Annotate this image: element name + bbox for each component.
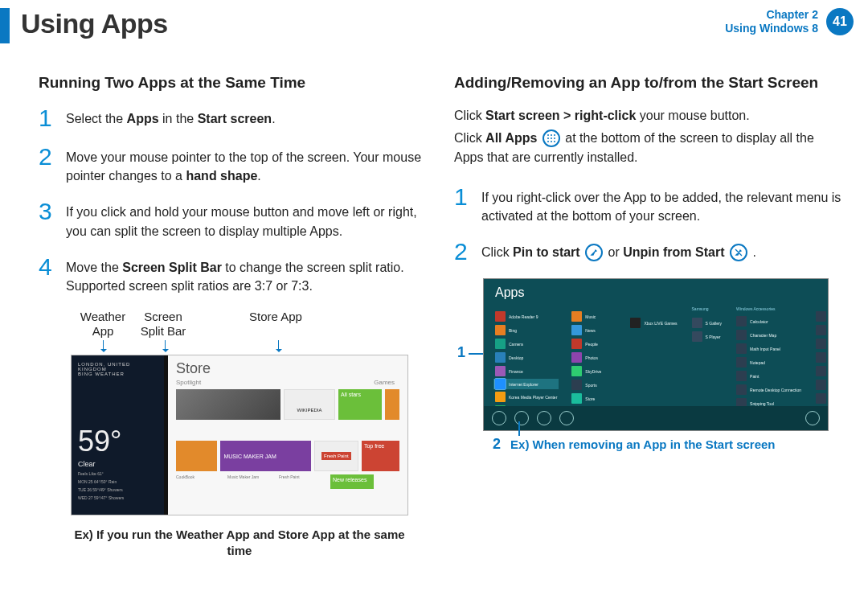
- weather-location: LONDON, UNITED KINGDOM: [78, 362, 158, 372]
- step-text: Select the: [66, 112, 127, 125]
- store-mini-tile: [176, 423, 224, 437]
- step-bold: Unpin from Start: [623, 245, 724, 259]
- right-heading: Adding/Removing an App to/from the Start…: [454, 74, 845, 92]
- app-item: XPS Viewer: [816, 393, 829, 404]
- label-weather: Weather App: [71, 310, 135, 339]
- weather-forecast-row: TUE 26 59°/49° Showers: [78, 487, 158, 492]
- svg-point-8: [554, 141, 555, 142]
- step-bold: Pin to start: [513, 245, 580, 259]
- app-item: WordPad: [816, 380, 829, 390]
- store-tile: [385, 389, 399, 420]
- app-item: Steps Recorder: [816, 311, 829, 322]
- app-item: Calculator: [736, 316, 801, 326]
- step-text: Click: [481, 245, 513, 259]
- right-step-1: 1 If you right-click over the App to be …: [454, 185, 845, 225]
- app-item: Internet Explorer: [493, 379, 559, 389]
- app-item: People: [571, 339, 616, 349]
- app-item: Paint: [736, 371, 801, 381]
- store-mini-tile: Fresh Paint: [279, 474, 327, 489]
- app-item: Windows Fax and Scan: [816, 339, 829, 349]
- chapter-box: Chapter 2 Using Windows 8 41: [725, 8, 854, 35]
- store-tile-topfree: Top free: [362, 441, 399, 471]
- left-heading: Running Two Apps at the Same Time: [39, 74, 430, 92]
- app-item: Remote Desktop Connection: [736, 384, 801, 395]
- store-mini-tile: [227, 423, 276, 437]
- weather-temp: 59°: [78, 425, 158, 458]
- step-text: If you click and hold your mouse button …: [66, 199, 430, 240]
- pointer-split: [165, 340, 166, 351]
- app-item: Store: [571, 393, 616, 404]
- step-text: .: [257, 169, 260, 183]
- svg-point-5: [554, 138, 555, 139]
- chapter-sub: Using Windows 8: [725, 22, 818, 35]
- app-item: Windows Media Player: [816, 366, 829, 376]
- app-item: Music: [571, 311, 616, 322]
- step-text: Move the: [66, 261, 122, 274]
- svg-point-7: [551, 141, 552, 142]
- app-item: Bing: [495, 325, 557, 335]
- split-screen-screenshot: LONDON, UNITED KINGDOM BING WEATHER 59° …: [71, 355, 408, 515]
- svg-point-4: [551, 138, 552, 139]
- right-caption: Ex) When removing an App in the Start sc…: [510, 437, 776, 451]
- step-text: or: [608, 245, 624, 259]
- app-item: Windows Journal: [816, 352, 829, 363]
- weather-forecast-row: MON 25 64°/50° Rain: [78, 479, 158, 484]
- step-text: If you right-click over the App to be ad…: [481, 185, 845, 225]
- bar-button-all-apps: [805, 411, 820, 425]
- bar-button-unpin: [492, 411, 506, 425]
- left-column: Running Two Apps at the Same Time 1 Sele…: [39, 50, 430, 560]
- app-item: Adobe Reader 9: [495, 311, 557, 322]
- page-title: Using Apps: [21, 8, 168, 39]
- store-tile-allstars: All stars: [338, 389, 382, 420]
- right-figure: 1 Apps Adobe Reader 9BingCameraDesktopFi…: [483, 278, 845, 431]
- store-spotlight: Spotlight: [168, 379, 209, 389]
- pointer-store: [278, 340, 279, 351]
- step-number: 1: [454, 185, 472, 225]
- step-text: .: [752, 245, 755, 259]
- chapter-label: Chapter 2: [725, 8, 818, 22]
- store-tile-freshpaint: Fresh Paint: [314, 441, 358, 471]
- apps-screen-screenshot: Apps Adobe Reader 9BingCameraDesktopFina…: [483, 278, 829, 431]
- store-tile-newreleases: New releases: [330, 474, 374, 489]
- bar-button-uninstall: [514, 411, 529, 425]
- step-3: 3 If you click and hold your mouse butto…: [39, 199, 430, 240]
- step-text: .: [272, 112, 275, 125]
- app-item: Character Map: [736, 330, 801, 340]
- callout-1: 1: [457, 344, 465, 361]
- step-1: 1 Select the Apps in the Start screen.: [39, 106, 430, 130]
- apps-command-bar: [484, 406, 828, 430]
- store-title: Store: [168, 355, 407, 379]
- step-bold: Apps: [127, 112, 159, 125]
- app-item: Xbox LIVE Games: [630, 318, 677, 328]
- app-item: S Player: [692, 331, 723, 342]
- app-item: Korea Media Player Center: [495, 392, 557, 402]
- bar-button-file-location: [559, 411, 574, 425]
- store-mini-tile: CookBook: [176, 474, 224, 489]
- app-item: Math Input Panel: [736, 343, 801, 354]
- step-number: 3: [39, 199, 56, 240]
- header: Using Apps Chapter 2 Using Windows 8 41: [0, 0, 868, 50]
- pin-icon: [585, 244, 603, 261]
- weather-brand: BING WEATHER: [78, 372, 158, 376]
- page-number-badge: 41: [826, 8, 854, 35]
- right-intro-1: Click Start screen > right-click your mo…: [454, 106, 845, 125]
- label-store: Store App: [240, 310, 312, 339]
- store-app-pane: Store Spotlight Games WIKIPEDIA All star…: [168, 355, 407, 515]
- step-bold: Screen Split Bar: [122, 261, 222, 274]
- app-item: Sticky Notes: [816, 325, 829, 335]
- step-4: 4 Move the Screen Split Bar to change th…: [39, 255, 430, 295]
- step-2: 2 Move your mouse pointer to the top of …: [39, 145, 430, 185]
- svg-point-0: [547, 134, 549, 136]
- right-intro-2: Click All Apps at the bottom of the scre…: [454, 129, 845, 167]
- bar-button-new-window: [537, 411, 551, 425]
- step-number: 2: [454, 240, 472, 264]
- step-number: 4: [39, 255, 56, 295]
- weather-app-pane: LONDON, UNITED KINGDOM BING WEATHER 59° …: [72, 355, 164, 515]
- step-bold: hand shape: [186, 169, 257, 183]
- store-tile: [176, 389, 280, 420]
- weather-forecast-row: WED 27 59°/47° Showers: [78, 495, 158, 500]
- app-item: SkyDrive: [571, 366, 616, 376]
- app-item: Desktop: [495, 352, 557, 363]
- left-figure: Weather App Screen Split Bar Store App L…: [71, 310, 430, 515]
- store-tile-wikipedia: WIKIPEDIA: [284, 389, 335, 420]
